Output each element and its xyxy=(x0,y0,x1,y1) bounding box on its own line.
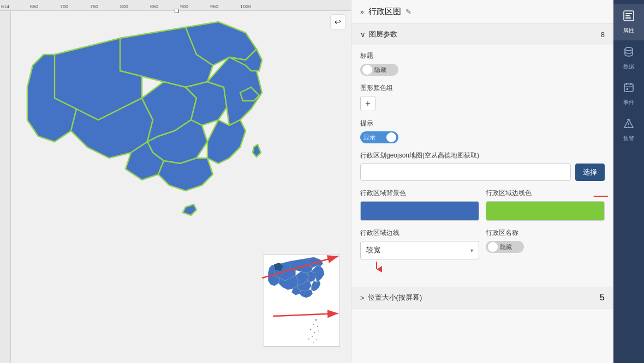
sidebar-item-alert[interactable]: 预警 xyxy=(613,112,644,148)
event-icon xyxy=(623,82,635,96)
border-color-swatch[interactable] xyxy=(486,201,605,221)
arrow-annotation xyxy=(593,191,609,202)
border-color-group: 行政区域边线色 xyxy=(486,189,605,221)
section-label: 图层参数 xyxy=(369,29,397,39)
toggle-knob xyxy=(362,65,372,75)
ruler-tick: 614 xyxy=(1,4,9,9)
svg-point-1 xyxy=(315,319,317,321)
panel-title: 行政区图 xyxy=(368,7,401,17)
properties-panel: » 行政区图 ✎ ∨ 图层参数 8 标题 隐 xyxy=(351,0,613,363)
position-chevron: > xyxy=(360,294,365,302)
hint-row: 提示 显示 xyxy=(360,119,605,143)
title-toggle[interactable]: 隐藏 xyxy=(360,64,398,76)
position-section: > 位置大小(按屏幕) 5 xyxy=(351,287,613,308)
svg-point-6 xyxy=(318,330,319,331)
alert-icon xyxy=(623,118,635,132)
geojson-row: 行政区划geojson地图(空从高德地图获取) 选择 xyxy=(360,151,605,181)
color-group-label: 图形颜色组 xyxy=(360,83,605,93)
ruler-tick: 850 xyxy=(150,4,158,9)
svg-point-22 xyxy=(625,47,633,51)
data-icon xyxy=(623,46,635,60)
layer-params-header[interactable]: ∨ 图层参数 8 xyxy=(351,24,613,45)
sidebar-icons: 属性 数据 事件 xyxy=(613,0,644,363)
add-color-group-button[interactable]: + xyxy=(360,96,375,111)
bg-color-group: 行政区域背景色 xyxy=(360,189,479,221)
position-section-header[interactable]: > 位置大小(按屏幕) 5 xyxy=(351,287,613,308)
right-panel: » 行政区图 ✎ ∨ 图层参数 8 标题 隐 xyxy=(351,0,644,363)
dropdown-arrow-annotation xyxy=(360,262,393,273)
border-name-row: 行政区域边线 较宽 ▾ xyxy=(360,228,605,280)
thumbnail-preview xyxy=(264,254,340,347)
map-display xyxy=(11,11,327,278)
section-count: 8 xyxy=(601,31,605,39)
toggle-knob xyxy=(386,132,396,142)
bg-color-swatch[interactable] xyxy=(360,201,479,221)
panel-header: » 行政区图 ✎ xyxy=(351,0,613,24)
panel-expand-icon[interactable]: » xyxy=(360,8,364,16)
svg-rect-21 xyxy=(625,17,631,19)
position-count: 5 xyxy=(600,293,605,302)
geojson-label: 行政区划geojson地图(空从高德地图获取) xyxy=(360,151,605,160)
chevron-down-icon: ▾ xyxy=(470,247,473,253)
border-color-label: 行政区域边线色 xyxy=(486,189,605,198)
ruler-tick: 750 xyxy=(90,4,98,9)
svg-point-3 xyxy=(317,326,318,327)
svg-point-7 xyxy=(312,336,313,337)
toggle-text: 隐藏 xyxy=(374,66,386,74)
toggle-text: 隐藏 xyxy=(500,243,512,251)
bg-color-label: 行政区域背景色 xyxy=(360,189,479,198)
canvas-area: 614 650 700 750 800 850 900 950 1000 ↩ xyxy=(0,0,351,363)
data-label: 数据 xyxy=(623,63,634,70)
ruler-tick: 900 xyxy=(180,4,188,9)
svg-point-2 xyxy=(313,324,314,325)
svg-point-5 xyxy=(314,332,315,333)
hint-label: 提示 xyxy=(360,119,605,128)
color-group-row: 图形颜色组 + xyxy=(360,83,605,111)
geojson-input-row: 选择 xyxy=(360,164,605,181)
toggle-text: 显示 xyxy=(363,134,375,142)
svg-point-8 xyxy=(316,339,317,340)
sidebar-item-properties[interactable]: 属性 xyxy=(613,4,644,40)
border-width-dropdown[interactable]: 较宽 ▾ xyxy=(360,241,479,259)
properties-label: 属性 xyxy=(623,27,634,34)
area-name-group: 行政区名称 隐藏 xyxy=(486,228,605,273)
layer-params-section: ∨ 图层参数 8 标题 隐藏 xyxy=(351,24,613,287)
area-name-toggle[interactable]: 隐藏 xyxy=(486,241,524,253)
title-field-row: 标题 隐藏 xyxy=(360,51,605,76)
title-field-label: 标题 xyxy=(360,51,605,60)
layer-params-body: 标题 隐藏 图形颜色组 + 提示 xyxy=(351,45,613,287)
border-width-value: 较宽 xyxy=(366,245,380,255)
svg-rect-23 xyxy=(624,84,633,92)
area-name-label: 行政区名称 xyxy=(486,228,605,238)
ruler-tick: 650 xyxy=(30,4,38,9)
svg-rect-19 xyxy=(625,13,632,14)
border-width-label: 行政区域边线 xyxy=(360,228,479,238)
svg-point-9 xyxy=(308,338,309,340)
undo-button[interactable]: ↩ xyxy=(330,14,345,29)
svg-rect-20 xyxy=(625,15,630,16)
ruler-tick: 700 xyxy=(60,4,68,9)
section-title: ∨ 图层参数 xyxy=(360,29,397,39)
sidebar-item-event[interactable]: 事件 xyxy=(613,76,644,112)
section-chevron: ∨ xyxy=(360,31,366,39)
properties-icon xyxy=(623,10,635,25)
title-toggle-container: 隐藏 xyxy=(360,64,605,76)
position-section-title: > 位置大小(按屏幕) xyxy=(360,293,422,302)
hint-toggle[interactable]: 显示 xyxy=(360,131,398,143)
ruler-left xyxy=(0,11,11,363)
select-button[interactable]: 选择 xyxy=(575,164,605,181)
color-row: 行政区域背景色 行政区域边线色 xyxy=(360,189,605,228)
event-label: 事件 xyxy=(623,99,634,106)
ruler-tick: 800 xyxy=(120,4,128,9)
toggle-knob xyxy=(488,242,498,252)
svg-point-4 xyxy=(310,329,311,330)
geojson-input[interactable] xyxy=(360,164,571,181)
sidebar-item-data[interactable]: 数据 xyxy=(613,40,644,76)
ruler-tick: 1000 xyxy=(240,4,251,9)
alert-label: 预警 xyxy=(623,135,634,142)
edit-icon[interactable]: ✎ xyxy=(406,8,412,16)
border-width-group: 行政区域边线 较宽 ▾ xyxy=(360,228,479,273)
svg-point-10 xyxy=(313,342,314,343)
svg-point-29 xyxy=(628,126,629,127)
svg-rect-27 xyxy=(627,88,628,90)
